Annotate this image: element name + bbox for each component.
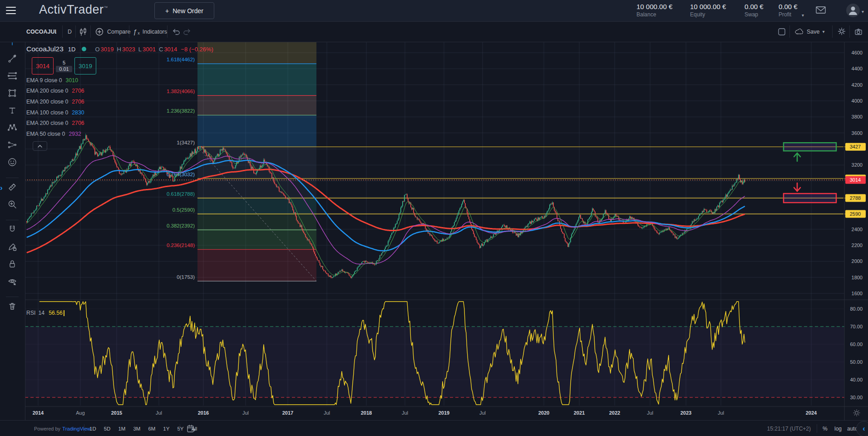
tool-fib-retracement-icon[interactable] xyxy=(7,71,18,82)
select-checkbox-icon[interactable] xyxy=(777,27,787,37)
svg-text:0.382(2392): 0.382(2392) xyxy=(167,223,195,228)
tool-text-tool-icon[interactable] xyxy=(7,105,18,116)
range-5d-button[interactable]: 5D xyxy=(104,426,111,431)
ema-legend-row[interactable]: EMA 50 close 02932 xyxy=(26,129,84,139)
rsi-pane xyxy=(25,302,844,405)
price-chart[interactable]: 1.618(4462)1.382(4066)1.236(3822)1(3427)… xyxy=(0,0,868,436)
legend-symbol[interactable]: CocoaJul23 xyxy=(26,45,64,53)
compare-icon xyxy=(94,27,104,37)
app-logo: ActivTrader™ xyxy=(39,3,108,17)
svg-text:80.00: 80.00 xyxy=(850,306,863,312)
tool-hide-all-icon[interactable] xyxy=(7,276,18,287)
range-6m-button[interactable]: 6M xyxy=(148,426,155,431)
high-value: 3023 xyxy=(122,46,135,53)
svg-text:0.236(2148): 0.236(2148) xyxy=(167,243,195,248)
svg-text:Jul: Jul xyxy=(479,410,486,416)
range-1y-button[interactable]: 1Y xyxy=(163,426,169,431)
screenshot-camera-icon[interactable] xyxy=(853,27,863,37)
svg-text:2014: 2014 xyxy=(33,410,44,416)
ema-legend-row[interactable]: EMA 200 close 02706 xyxy=(26,118,84,129)
tool-forecast-icon[interactable] xyxy=(7,140,18,151)
svg-text:2022: 2022 xyxy=(609,410,620,416)
tool-trash-icon[interactable] xyxy=(7,301,18,312)
new-order-button[interactable]: + New Order xyxy=(154,2,214,19)
svg-text:Jul: Jul xyxy=(402,410,408,416)
svg-text:2024: 2024 xyxy=(806,410,817,416)
timeframe-button[interactable]: D xyxy=(68,21,72,42)
svg-text:Aug: Aug xyxy=(76,410,85,416)
tool-drawing-lock-icon[interactable] xyxy=(7,242,18,253)
go-to-date-icon[interactable] xyxy=(186,424,196,434)
percent-scale-button[interactable]: % xyxy=(823,421,828,436)
svg-text:40.00: 40.00 xyxy=(850,377,863,382)
svg-text:1800: 1800 xyxy=(852,275,863,280)
svg-text:2200: 2200 xyxy=(852,243,863,248)
mail-icon[interactable] xyxy=(816,6,826,16)
symbol-button[interactable]: COCOAJUL23 xyxy=(26,21,56,42)
tool-shapes-icon[interactable] xyxy=(7,88,18,99)
time-axis: 2014Aug2015Jul2016Jul2017Jul2018Jul2019J… xyxy=(33,410,860,416)
tool-ruler-icon[interactable] xyxy=(7,182,18,193)
buy-arrow-icon xyxy=(794,153,800,161)
svg-text:1(3427): 1(3427) xyxy=(177,140,195,145)
svg-text:60.00: 60.00 xyxy=(850,342,863,347)
long-entry-box xyxy=(784,143,836,151)
short-entry-box xyxy=(784,193,836,203)
legend-collapse-button[interactable] xyxy=(33,141,47,151)
svg-text:4000: 4000 xyxy=(852,98,863,104)
ema-legend-row[interactable]: EMA 200 close 02706 xyxy=(26,86,84,97)
clock[interactable]: 15:21:17 (UTC+2) xyxy=(767,421,811,436)
buy-button[interactable]: 3019 xyxy=(74,57,96,74)
redo-icon[interactable] xyxy=(182,27,192,37)
fx-icon: ƒ xyxy=(133,28,137,35)
range-1d-button[interactable]: 1D xyxy=(89,426,96,431)
svg-text:3427: 3427 xyxy=(850,144,861,149)
plus-icon: + xyxy=(165,7,169,15)
ema-legend-row[interactable]: EMA 9 close 03010 xyxy=(26,75,84,86)
svg-text:70.00: 70.00 xyxy=(850,324,863,329)
account-stat-balance: 10 000.00 €Balance xyxy=(636,3,672,18)
tool-xabcd-pattern-icon[interactable] xyxy=(7,123,18,134)
svg-text:50.00: 50.00 xyxy=(850,359,863,365)
tradingview-link[interactable]: TradingView xyxy=(62,426,91,431)
tool-trend-line-icon[interactable] xyxy=(7,54,18,64)
watchlist-expander-icon[interactable]: › xyxy=(0,183,3,193)
tool-lock-all-icon[interactable] xyxy=(7,259,18,270)
sell-arrow-icon xyxy=(794,183,800,191)
trade-annotations xyxy=(784,143,836,203)
rsi-caret xyxy=(64,310,64,316)
svg-text:2000: 2000 xyxy=(852,258,863,264)
undo-icon[interactable] xyxy=(171,27,181,37)
range-5y-button[interactable]: 5Y xyxy=(177,426,183,431)
chevron-up-icon xyxy=(37,144,43,149)
log-scale-button[interactable]: log xyxy=(834,421,842,436)
svg-text:1600: 1600 xyxy=(852,291,863,296)
svg-text:Jul: Jul xyxy=(324,410,330,416)
settings-gear-icon[interactable] xyxy=(837,26,847,36)
save-button[interactable]: Save ▾ xyxy=(794,21,825,42)
chart-style-icon[interactable] xyxy=(78,27,88,37)
menu-icon[interactable] xyxy=(6,7,16,14)
range-1m-button[interactable]: 1M xyxy=(118,426,125,431)
account-dropdown-icon[interactable]: ▾ xyxy=(862,9,864,14)
avatar[interactable] xyxy=(846,4,860,17)
svg-text:0(1753): 0(1753) xyxy=(177,274,195,280)
svg-text:2019: 2019 xyxy=(439,410,449,416)
tool-magnet-icon[interactable] xyxy=(7,224,18,235)
drawing-tools-rail xyxy=(0,42,25,420)
range-buttons: 1D5D1M3M6M1Y5YAll xyxy=(89,421,197,436)
collapse-panel-button[interactable]: ‹ xyxy=(856,421,868,436)
ema-legend-row[interactable]: EMA 200 close 02706 xyxy=(26,96,84,107)
tool-zoom-in-icon[interactable] xyxy=(7,199,18,210)
indicators-button[interactable]: ƒx Indicators xyxy=(133,21,167,42)
lot-size[interactable]: 0.01 xyxy=(56,66,72,72)
ema-legend-row[interactable]: EMA 100 close 02830 xyxy=(26,107,84,118)
tool-emoji-icon[interactable] xyxy=(7,157,18,168)
svg-text:2017: 2017 xyxy=(282,410,293,416)
rsi-legend[interactable]: RSI 14 56.56 xyxy=(26,310,64,316)
sell-button[interactable]: 3014 xyxy=(32,57,54,74)
profit-dropdown-icon[interactable]: ▾ xyxy=(802,13,804,18)
compare-button[interactable]: Compare xyxy=(94,21,130,42)
range-3m-button[interactable]: 3M xyxy=(133,426,140,431)
account-stat-equity: 10 000.00 €Equity xyxy=(690,3,726,18)
